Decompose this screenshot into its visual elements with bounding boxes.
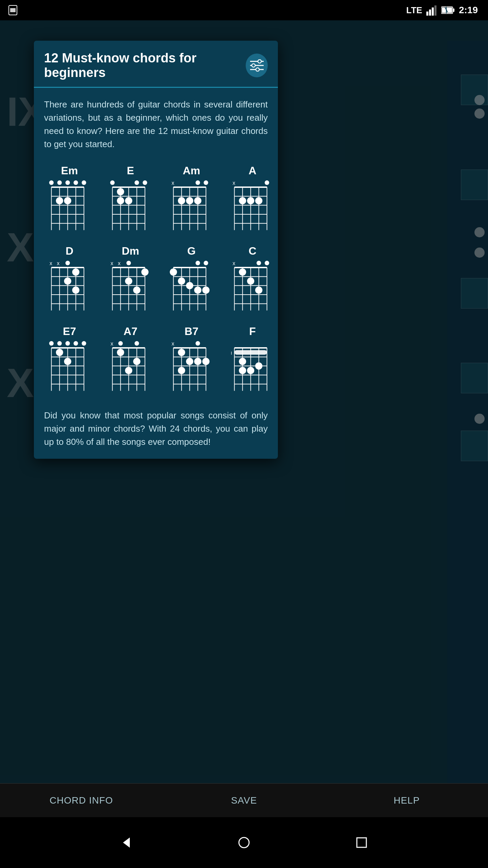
- nav-help[interactable]: HELP: [325, 784, 488, 817]
- svg-rect-4: [432, 7, 434, 16]
- home-button[interactable]: [234, 832, 254, 853]
- svg-point-191: [178, 349, 185, 356]
- chord-b7[interactable]: B7 x: [166, 325, 217, 395]
- back-button[interactable]: [116, 832, 137, 853]
- svg-text:x: x: [110, 261, 113, 266]
- svg-point-20: [74, 180, 78, 185]
- svg-point-213: [239, 837, 249, 848]
- svg-point-65: [194, 197, 201, 204]
- nav-help-label: HELP: [393, 795, 420, 806]
- svg-point-164: [118, 341, 123, 346]
- bottom-nav: CHORD INFO SAVE HELP: [0, 783, 488, 817]
- svg-point-147: [57, 341, 62, 346]
- chord-d-diagram: x x: [44, 261, 95, 315]
- svg-point-176: [117, 349, 124, 356]
- chord-dm-label: Dm: [122, 245, 139, 257]
- svg-point-194: [202, 358, 209, 365]
- modal-description: There are hundreds of guitar chords in s…: [44, 98, 268, 151]
- modal-title: 12 Must-know chords for beginners: [44, 51, 246, 80]
- svg-point-145: [255, 287, 262, 294]
- battery-icon: [441, 5, 455, 16]
- svg-rect-214: [357, 838, 366, 847]
- svg-point-114: [204, 261, 208, 265]
- chord-e7-label: E7: [63, 325, 76, 338]
- svg-text:x: x: [171, 341, 174, 347]
- svg-point-36: [143, 180, 147, 185]
- nav-chord-info-label: CHORD INFO: [49, 795, 113, 806]
- svg-point-67: [265, 180, 269, 185]
- svg-text:x: x: [110, 341, 113, 347]
- chord-dm[interactable]: Dm x x: [105, 245, 156, 315]
- svg-point-209: [239, 367, 246, 374]
- svg-point-52: [204, 180, 208, 185]
- chord-f-label: F: [249, 325, 256, 338]
- svg-point-112: [133, 287, 140, 294]
- chord-b7-label: B7: [185, 325, 199, 338]
- chord-a[interactable]: A x: [227, 164, 278, 235]
- chord-g[interactable]: G: [166, 245, 217, 315]
- svg-point-211: [255, 362, 262, 370]
- chord-g-diagram: [166, 261, 217, 315]
- home-icon: [237, 836, 251, 849]
- svg-point-143: [239, 269, 246, 276]
- svg-point-178: [125, 367, 132, 374]
- svg-point-195: [178, 367, 185, 374]
- chord-d[interactable]: D x x: [44, 245, 95, 315]
- chord-f[interactable]: F I: [227, 325, 278, 395]
- svg-point-192: [186, 358, 193, 365]
- svg-text:x: x: [57, 261, 60, 266]
- nav-chord-info[interactable]: CHORD INFO: [0, 784, 163, 817]
- svg-point-131: [257, 261, 261, 265]
- svg-point-18: [57, 180, 62, 185]
- svg-text:x: x: [232, 261, 235, 266]
- modal-overlay[interactable]: 12 Must-know chords for beginners There …: [0, 20, 488, 848]
- svg-point-96: [72, 287, 79, 294]
- chord-a7[interactable]: A7 x: [105, 325, 156, 395]
- chord-e-label: E: [127, 164, 134, 177]
- chord-grid: Em: [44, 164, 268, 395]
- svg-rect-7: [453, 8, 454, 12]
- svg-point-150: [82, 341, 86, 346]
- svg-point-80: [255, 197, 262, 204]
- svg-point-15: [252, 64, 255, 67]
- chord-em-label: Em: [61, 164, 78, 177]
- nav-save[interactable]: SAVE: [163, 784, 325, 817]
- svg-point-78: [239, 197, 246, 204]
- svg-point-35: [135, 180, 139, 185]
- modal-body: There are hundreds of guitar chords in s…: [34, 88, 278, 459]
- svg-point-149: [74, 341, 78, 346]
- svg-point-132: [265, 261, 269, 265]
- settings-button[interactable]: [246, 54, 268, 77]
- chord-f-diagram: I: [227, 341, 278, 395]
- svg-point-21: [82, 180, 86, 185]
- modal-footer-text: Did you know that most popular songs con…: [44, 409, 268, 449]
- svg-point-128: [194, 287, 201, 294]
- chord-e7[interactable]: E7: [44, 325, 95, 395]
- recent-button[interactable]: [351, 832, 372, 853]
- lte-label: LTE: [406, 5, 422, 16]
- chord-e[interactable]: E: [105, 164, 156, 235]
- chord-info-modal: 12 Must-know chords for beginners There …: [34, 41, 278, 459]
- chord-c[interactable]: C x: [227, 245, 278, 315]
- chord-e-diagram: [105, 180, 156, 235]
- svg-point-99: [126, 261, 131, 265]
- svg-text:I: I: [231, 351, 232, 356]
- svg-point-193: [194, 358, 201, 365]
- status-icons: LTE 2:19: [406, 5, 478, 16]
- chord-am[interactable]: Am x: [166, 164, 217, 235]
- svg-point-161: [56, 349, 63, 356]
- chord-g-label: G: [187, 245, 196, 257]
- chord-a-label: A: [248, 164, 256, 177]
- svg-text:x: x: [171, 180, 174, 186]
- svg-point-83: [65, 261, 70, 265]
- svg-point-165: [135, 341, 139, 346]
- svg-rect-8: [442, 7, 452, 13]
- chord-a7-label: A7: [124, 325, 138, 338]
- chord-e7-diagram: [44, 341, 95, 395]
- svg-point-180: [196, 341, 200, 346]
- svg-rect-1: [10, 8, 16, 12]
- chord-em[interactable]: Em: [44, 164, 95, 235]
- chord-a-diagram: x: [227, 180, 278, 235]
- svg-point-129: [202, 287, 209, 294]
- svg-point-63: [178, 197, 185, 204]
